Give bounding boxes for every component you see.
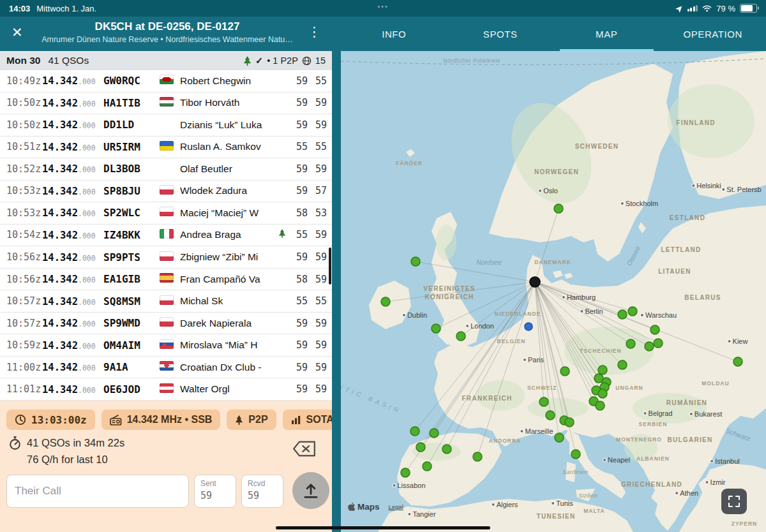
tab-operation[interactable]: OPERATION	[660, 17, 766, 51]
qso-row[interactable]: 10:50z14.342.000HA1TIBTibor Horváth5959	[0, 92, 332, 115]
tree-icon	[243, 56, 252, 66]
qso-rst-sent: 59	[289, 362, 308, 373]
qso-row[interactable]: 10:53z14.342.000SP8BJUWlodek Zadura5957	[0, 181, 332, 203]
qso-rst-sent: 58	[289, 207, 308, 219]
tab-info[interactable]: INFO	[341, 17, 447, 51]
qso-rst-rcvd: 59	[308, 251, 327, 263]
qso-map-dot	[423, 462, 432, 471]
qso-rst-rcvd: 59	[308, 229, 327, 240]
scrollbar[interactable]	[329, 248, 331, 284]
qso-name: Tibor Horváth	[180, 97, 276, 108]
qso-frequency: 14.342.000	[42, 163, 103, 175]
qso-frequency: 14.342.000	[42, 141, 103, 153]
qso-row[interactable]: 10:50z14.342.000DD1LDDzianis “Luk” Luka5…	[0, 114, 332, 137]
qso-map-dot	[618, 310, 627, 319]
qso-frequency: 14.342.000	[42, 97, 103, 109]
flag-icon	[160, 229, 174, 239]
app-screen: 14:03 Mittwoch 1. Jan. ••• 79 % ✕ DK5CH …	[0, 0, 766, 532]
backspace-button[interactable]	[292, 440, 316, 459]
sota-button[interactable]: SOTA	[283, 410, 332, 430]
qso-row[interactable]: 10:57z14.342.000SQ8MSMMichal Sk5555	[0, 290, 332, 313]
qso-time: 10:53z	[6, 207, 42, 219]
qso-name: Maciej “Maciej” W	[180, 207, 276, 219]
qso-map-dot	[618, 360, 627, 369]
qso-callsign: SP9PTS	[103, 251, 160, 263]
qso-row[interactable]: 10:59z14.342.000OM4AIMMiroslava “Mia” H5…	[0, 334, 332, 357]
p2p-button[interactable]: P2P	[227, 410, 276, 430]
qso-map-dot	[546, 411, 555, 420]
qso-row[interactable]: 10:52z14.342.000DL3BOBOlaf Beutler5959	[0, 158, 332, 181]
qso-callsign: DL3BOB	[103, 163, 160, 175]
flag-icon	[160, 361, 174, 371]
status-bar: 14:03 Mittwoch 1. Jan. ••• 79 %	[0, 0, 766, 17]
qso-rst-sent: 59	[289, 339, 308, 351]
qso-map-dot	[416, 443, 425, 452]
rcvd-field[interactable]: Rcvd 59	[241, 475, 283, 508]
cellular-signal-icon	[687, 5, 698, 11]
qso-map-dot	[654, 339, 663, 348]
map-canvas[interactable]: Nördlicher PolarkreisFÄRÖERFINNLANDSCHWE…	[341, 51, 766, 532]
qso-row[interactable]: 10:54z14.342.000IZ4BKKAndrea Braga5559	[0, 225, 332, 247]
qso-rst-sent: 59	[289, 119, 308, 131]
station-map-dot	[530, 277, 540, 287]
qso-row[interactable]: 10:49z14.342.000GW0RQCRobert Chegwin5955	[0, 70, 332, 92]
qso-map-dot	[555, 433, 564, 442]
page-subtitle: Amrumer Dünen Nature Reserve • Nordfries…	[32, 35, 303, 44]
qso-row[interactable]: 11:01z14.342.000OE6JODWalter Orgl5959	[0, 378, 332, 401]
qso-flag	[160, 317, 180, 329]
close-icon[interactable]: ✕	[11, 26, 23, 39]
location-arrow-icon	[675, 3, 685, 13]
time-button[interactable]: 13:03:00z	[6, 410, 95, 430]
qso-map-dot	[650, 325, 659, 334]
qso-row[interactable]: 10:56z14.342.000EA1GIBFran Campañó Va585…	[0, 269, 332, 291]
qso-flag	[160, 339, 180, 351]
qso-row[interactable]: 10:57z14.342.000SP9WMDDarek Napierala595…	[0, 313, 332, 335]
fullscreen-button[interactable]	[721, 489, 747, 514]
qso-row[interactable]: 10:56z14.342.000SP9PTSZbigniew “Zibi” Mi…	[0, 246, 332, 269]
bar-chart-icon	[291, 415, 301, 424]
qso-rst-sent: 55	[289, 141, 308, 152]
flag-icon	[160, 295, 174, 305]
qso-row[interactable]: 10:53z14.342.000SP2WLCMaciej “Maciej” W5…	[0, 202, 332, 225]
stats-line2: 76 Q/h for last 10	[27, 454, 124, 466]
log-submit-button[interactable]	[292, 472, 329, 509]
qso-flag	[160, 229, 180, 241]
flag-icon	[160, 97, 174, 107]
qso-time: 10:53z	[6, 185, 42, 196]
log-check: ✓	[255, 55, 263, 66]
qso-callsign: SP8BJU	[103, 185, 160, 197]
legal-link[interactable]: Legal	[389, 503, 403, 510]
qso-callsign: GW0RQC	[103, 75, 160, 87]
qso-row[interactable]: 11:00z14.342.0009A1ACroatian Dx Club -59…	[0, 357, 332, 379]
maps-brand-label: Maps	[357, 502, 380, 512]
qso-map-dot	[598, 366, 607, 374]
qso-map-dot	[401, 468, 410, 477]
radio-icon	[110, 415, 122, 425]
qso-time: 10:51z	[6, 141, 42, 152]
page-title: DK5CH at DE-0256, DE-0127	[32, 20, 303, 33]
qso-rst-rcvd: 53	[308, 207, 327, 219]
their-call-input[interactable]	[6, 475, 189, 508]
kebab-menu-icon[interactable]: ⋮	[308, 25, 321, 38]
upload-icon	[303, 482, 319, 499]
home-indicator[interactable]	[276, 526, 490, 529]
qso-frequency: 14.342.000	[42, 119, 103, 131]
frequency-mode-button[interactable]: 14.342 MHz • SSB	[101, 410, 221, 430]
sent-field[interactable]: Sent 59	[194, 475, 236, 508]
rcvd-value: 59	[248, 490, 277, 501]
qso-rst-rcvd: 55	[308, 141, 327, 152]
qso-flag	[160, 163, 180, 175]
tab-spots[interactable]: SPOTS	[447, 17, 554, 51]
qso-rst-sent: 59	[289, 75, 308, 87]
wifi-icon	[702, 5, 712, 12]
tab-map[interactable]: MAP	[553, 17, 660, 51]
sent-label: Sent	[200, 479, 230, 488]
qso-flag	[160, 97, 180, 109]
status-time: 14:03	[9, 4, 30, 13]
qso-callsign: SQ8MSM	[103, 295, 160, 307]
qso-rst-sent: 58	[289, 274, 308, 285]
qso-map-dot	[430, 429, 439, 438]
qso-row[interactable]: 10:51z14.342.000UR5IRMRuslan A. Samkov55…	[0, 137, 332, 159]
qso-map-dot	[410, 427, 419, 436]
qso-name: Croatian Dx Club -	[180, 362, 276, 373]
